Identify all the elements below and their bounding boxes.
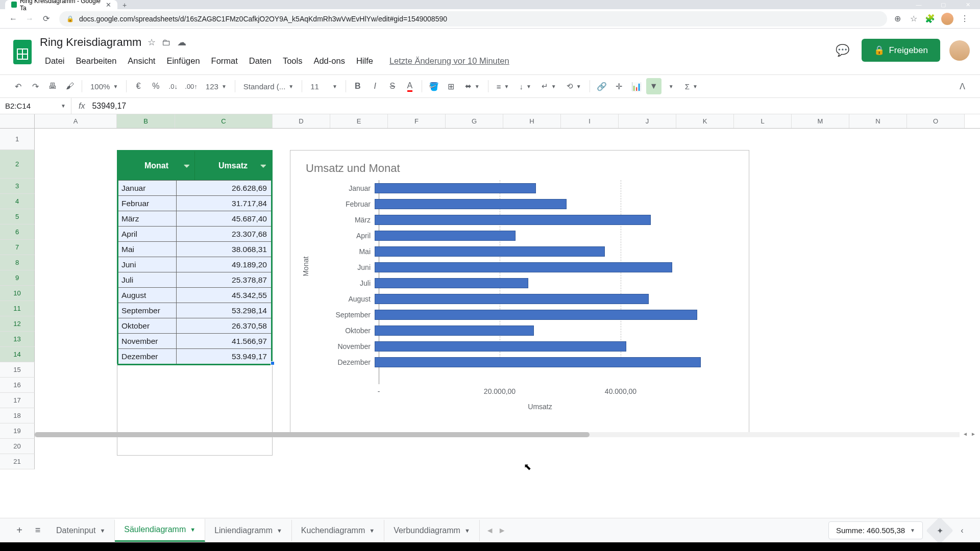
row-header[interactable]: 3: [0, 179, 35, 194]
cell-month[interactable]: März: [118, 211, 177, 226]
table-row[interactable]: Juli25.378,87: [118, 272, 271, 287]
row-header[interactable]: 12: [0, 316, 35, 332]
functions-dropdown[interactable]: Σ▼: [681, 82, 702, 91]
borders-button[interactable]: ⊞: [444, 78, 459, 94]
strike-button[interactable]: S: [385, 78, 400, 94]
cell-month[interactable]: Juni: [118, 257, 177, 272]
menu-data[interactable]: Daten: [244, 54, 277, 68]
table-row[interactable]: März45.687,40: [118, 211, 271, 226]
table-row[interactable]: Juni49.189,20: [118, 257, 271, 272]
add-sheet-button[interactable]: +: [10, 521, 29, 540]
star-icon[interactable]: ☆: [909, 14, 919, 24]
row-header[interactable]: 1: [0, 129, 35, 150]
all-sheets-button[interactable]: ≡: [29, 521, 47, 540]
undo-button[interactable]: ↶: [10, 78, 26, 94]
row-header[interactable]: 4: [0, 194, 35, 209]
table-row[interactable]: September53.298,14: [118, 303, 271, 318]
name-box[interactable]: B2:C14▼: [0, 98, 71, 114]
menu-edit[interactable]: Bearbeiten: [71, 54, 122, 68]
font-size-dropdown[interactable]: 11▼: [306, 82, 341, 91]
cell-umsatz[interactable]: 41.566,97: [177, 334, 271, 348]
sheet-tab-kuchendiagramm[interactable]: Kuchendiagramm▼: [292, 520, 384, 541]
selection-handle[interactable]: [271, 361, 275, 365]
col-header-g[interactable]: G: [446, 114, 503, 128]
cell-umsatz[interactable]: 23.307,68: [177, 227, 271, 241]
table-row[interactable]: Januar26.628,69: [118, 180, 271, 195]
explore-button[interactable]: ✦: [926, 517, 953, 544]
link-button[interactable]: 🔗: [594, 78, 609, 94]
doc-title[interactable]: Ring Kreisdiagramm: [40, 36, 141, 49]
valign-dropdown[interactable]: ↓▼: [515, 82, 535, 91]
chart-button[interactable]: 📊: [629, 78, 644, 94]
minimize-window-icon[interactable]: —: [906, 0, 931, 9]
table-row[interactable]: Dezember53.949,17: [118, 348, 271, 364]
back-button[interactable]: ←: [5, 11, 21, 27]
filter-button[interactable]: ▼: [646, 78, 662, 94]
col-header-a[interactable]: A: [35, 114, 117, 128]
fill-color-button[interactable]: 🪣: [426, 78, 442, 94]
col-header-f[interactable]: F: [388, 114, 446, 128]
cell-umsatz[interactable]: 49.189,20: [177, 257, 271, 272]
row-header[interactable]: 19: [0, 423, 35, 439]
summary-box[interactable]: Summe: 460.505,38▼: [828, 521, 923, 539]
col-header-h[interactable]: H: [503, 114, 561, 128]
cell-umsatz[interactable]: 53.298,14: [177, 303, 271, 318]
sheet-nav-right-icon[interactable]: ►: [498, 526, 506, 535]
sheet-tab-liniendiagramm[interactable]: Liniendiagramm▼: [205, 520, 292, 541]
sheet-nav-left-icon[interactable]: ◄: [486, 526, 494, 535]
zoom-dropdown[interactable]: 100%▼: [86, 82, 122, 91]
italic-button[interactable]: I: [368, 78, 383, 94]
move-doc-icon[interactable]: 🗀: [162, 37, 171, 48]
print-button[interactable]: 🖶: [45, 78, 60, 94]
scroll-nav[interactable]: ◄►: [962, 430, 977, 437]
cell-umsatz[interactable]: 26.370,58: [177, 318, 271, 333]
cell-umsatz[interactable]: 31.717,84: [177, 196, 271, 211]
col-header-i[interactable]: I: [561, 114, 619, 128]
close-window-icon[interactable]: ✕: [955, 0, 980, 9]
menu-file[interactable]: Datei: [40, 54, 70, 68]
row-header[interactable]: 16: [0, 378, 35, 393]
col-header-o[interactable]: O: [907, 114, 965, 128]
col-header-b[interactable]: B: [117, 114, 175, 128]
cell-month[interactable]: November: [118, 334, 177, 348]
row-header[interactable]: 6: [0, 224, 35, 240]
cell-umsatz[interactable]: 45.342,55: [177, 288, 271, 303]
row-header[interactable]: 10: [0, 286, 35, 301]
col-header-m[interactable]: M: [792, 114, 849, 128]
side-panel-toggle-icon[interactable]: ‹: [954, 520, 970, 541]
wrap-dropdown[interactable]: ↵▼: [537, 82, 560, 91]
cell-month[interactable]: Juli: [118, 272, 177, 287]
col-header-e[interactable]: E: [330, 114, 388, 128]
row-header[interactable]: 17: [0, 393, 35, 408]
cell-month[interactable]: August: [118, 288, 177, 303]
new-tab-button[interactable]: +: [117, 1, 132, 9]
cell-month[interactable]: Februar: [118, 196, 177, 211]
table-row[interactable]: Oktober26.370,58: [118, 318, 271, 333]
user-avatar[interactable]: [949, 40, 970, 61]
cell-umsatz[interactable]: 53.949,17: [177, 349, 271, 364]
row-header[interactable]: 14: [0, 347, 35, 362]
decrease-decimal-button[interactable]: .0↓: [165, 78, 181, 94]
menu-insert[interactable]: Einfügen: [161, 54, 205, 68]
collapse-toolbar-icon[interactable]: ᐱ: [954, 78, 970, 94]
increase-decimal-button[interactable]: .00↑: [183, 78, 200, 94]
url-bar[interactable]: 🔒 docs.google.com/spreadsheets/d/16sZAG8…: [59, 11, 887, 27]
maximize-window-icon[interactable]: ▢: [931, 0, 955, 9]
row-header[interactable]: 15: [0, 362, 35, 378]
menu-addons[interactable]: Add-ons: [308, 54, 350, 68]
halign-dropdown[interactable]: ≡▼: [493, 82, 513, 91]
zoom-icon[interactable]: ⊕: [892, 14, 902, 24]
cloud-status-icon[interactable]: ☁: [177, 37, 186, 48]
col-header-j[interactable]: J: [619, 114, 676, 128]
text-color-button[interactable]: A: [402, 78, 418, 94]
menu-icon[interactable]: ⋮: [960, 14, 970, 24]
row-header[interactable]: 11: [0, 301, 35, 316]
share-button[interactable]: 🔒 Freigeben: [862, 39, 940, 62]
currency-button[interactable]: €: [131, 78, 146, 94]
table-row[interactable]: Mai38.068,31: [118, 241, 271, 257]
row-header[interactable]: 2: [0, 150, 35, 179]
bold-button[interactable]: B: [350, 78, 365, 94]
table-row[interactable]: April23.307,68: [118, 226, 271, 241]
horizontal-scrollbar[interactable]: [35, 432, 960, 437]
menu-view[interactable]: Ansicht: [122, 54, 160, 68]
